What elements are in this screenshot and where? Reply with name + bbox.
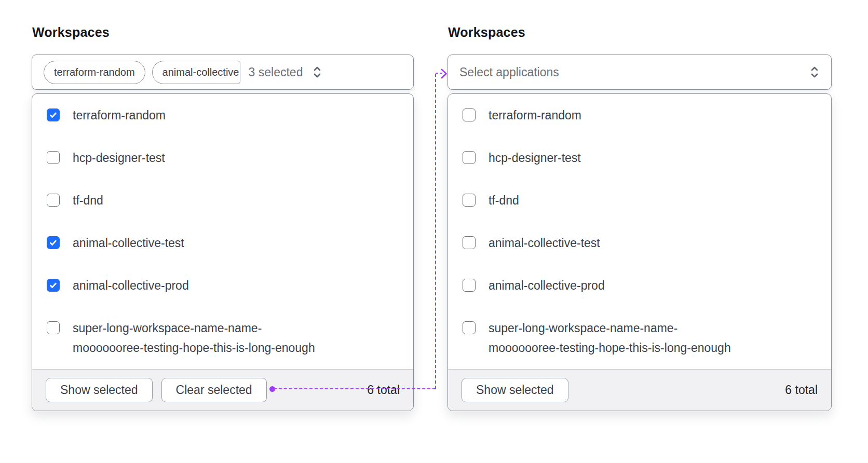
listbox-footer: Show selected Clear selected 6 total (32, 369, 413, 411)
selected-count: 3 selected (249, 65, 303, 79)
option-label: tf-dnd (489, 190, 519, 210)
checkbox[interactable] (463, 236, 476, 249)
checkbox[interactable] (463, 279, 476, 292)
options-listbox: terraform-random hcp-designer-test tf-dn… (32, 93, 414, 411)
multiselect-trigger[interactable]: Select applications (447, 55, 832, 90)
list-option[interactable]: tf-dnd (32, 179, 413, 222)
list-option[interactable]: animal-collective-prod (32, 264, 413, 307)
checkbox[interactable] (47, 279, 60, 292)
checkbox[interactable] (463, 108, 476, 121)
list-option[interactable]: terraform-random (32, 94, 413, 137)
connector-arrowhead-icon (441, 69, 447, 81)
option-label: animal-collective-test (73, 233, 184, 253)
checkbox[interactable] (463, 151, 476, 164)
options-listbox: terraform-random hcp-designer-test tf-dn… (447, 93, 832, 411)
option-label: super-long-workspace-name-name-moooooore… (73, 318, 321, 358)
option-label: terraform-random (489, 105, 581, 125)
list-option[interactable]: super-long-workspace-name-name-moooooore… (32, 307, 413, 369)
option-label: terraform-random (73, 105, 166, 125)
caret-updown-icon (809, 65, 820, 79)
option-label: hcp-designer-test (73, 148, 165, 168)
check-icon (49, 281, 58, 290)
listbox-footer: Show selected 6 total (448, 369, 831, 411)
option-label: hcp-designer-test (489, 148, 581, 168)
list-option[interactable]: hcp-designer-test (32, 137, 413, 179)
option-label: animal-collective-prod (73, 276, 189, 295)
list-option[interactable]: hcp-designer-test (448, 137, 831, 179)
caret-updown-icon (312, 65, 322, 79)
list-option[interactable]: super-long-workspace-name-name-moooooore… (448, 307, 831, 369)
list-option[interactable]: animal-collective-test (448, 222, 831, 264)
checkbox[interactable] (47, 321, 60, 334)
list-option[interactable]: tf-dnd (448, 179, 831, 222)
total-count: 6 total (785, 383, 818, 397)
list-option[interactable]: animal-collective-test (32, 222, 413, 264)
option-label: tf-dnd (73, 190, 103, 210)
show-selected-button[interactable]: Show selected (462, 378, 568, 402)
checkbox[interactable] (47, 151, 60, 164)
show-selected-button[interactable]: Show selected (46, 378, 153, 402)
option-label: animal-collective-test (489, 233, 600, 253)
selected-tag: terraform-random (44, 61, 145, 84)
option-label: animal-collective-prod (489, 276, 605, 295)
options-list: terraform-random hcp-designer-test tf-dn… (448, 94, 831, 369)
check-icon (49, 238, 58, 247)
connector-line-vertical (435, 74, 436, 389)
list-option[interactable]: animal-collective-prod (448, 264, 831, 307)
workspaces-label: Workspaces (32, 25, 110, 40)
options-list: terraform-random hcp-designer-test tf-dn… (32, 94, 413, 369)
connector-line-top (436, 73, 442, 74)
checkbox[interactable] (47, 236, 60, 249)
checkbox[interactable] (47, 108, 60, 121)
option-label: super-long-workspace-name-name-moooooore… (489, 318, 737, 358)
check-icon (49, 111, 58, 119)
checkbox[interactable] (463, 321, 476, 334)
total-count: 6 total (367, 383, 400, 397)
selected-tag-clipped: animal-collective (152, 61, 240, 84)
checkbox[interactable] (463, 194, 476, 207)
checkbox[interactable] (47, 194, 60, 207)
multiselect-trigger[interactable]: terraform-random animal-collective 3 sel… (32, 55, 414, 90)
trigger-placeholder: Select applications (459, 65, 559, 79)
clear-selected-button[interactable]: Clear selected (161, 378, 267, 402)
workspaces-label: Workspaces (448, 25, 525, 40)
list-option[interactable]: terraform-random (448, 94, 831, 137)
